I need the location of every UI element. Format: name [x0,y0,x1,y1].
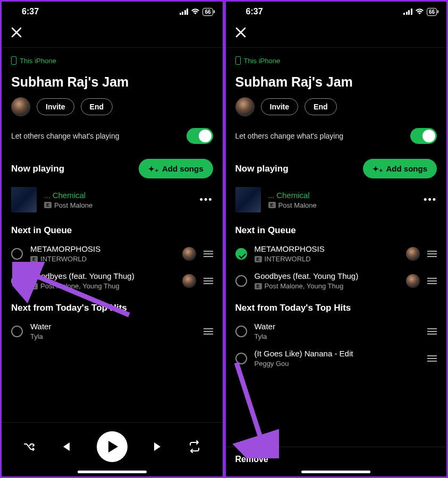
previous-icon[interactable] [59,440,73,454]
queue-item[interactable]: Goodbyes (feat. Young Thug) E Post Malon… [11,271,213,290]
permission-toggle[interactable] [410,128,437,144]
explicit-badge: E [44,202,52,208]
status-bar: 6:37 66 [226,2,447,20]
queue-artist: Tyla [30,332,196,340]
next-icon[interactable] [151,440,165,454]
section-title-queue: Next in Queue [11,225,213,236]
phone-icon [11,56,16,65]
more-icon[interactable]: ••• [424,194,437,206]
screen-left: 6:37 66 This iPhone Subham Raj's Jam Inv… [2,2,223,476]
home-indicator[interactable] [78,471,147,473]
invite-button[interactable]: Invite [37,98,74,115]
playing-dots: ... [268,191,275,200]
permission-toggle[interactable] [187,128,213,144]
now-playing-track[interactable]: ...Chemical E Post Malone ••• [235,187,437,212]
track-title: ...Chemical [44,191,192,200]
queue-title: Goodbyes (feat. Young Thug) [255,271,399,280]
avatar[interactable] [11,97,30,116]
signal-icon [403,8,412,15]
end-button[interactable]: End [81,98,113,115]
now-playing-header: Now playing ✦₊ Add songs [235,159,437,178]
select-radio-checked[interactable] [235,248,247,260]
play-button[interactable] [97,431,128,462]
sparkle-icon: ✦₊ [373,165,383,173]
added-by-avatar [182,247,196,261]
header [226,20,447,48]
select-radio[interactable] [235,353,247,364]
queue-track-info: Water Tyla [255,322,420,340]
explicit-badge: E [255,283,262,289]
jam-title: Subham Raj's Jam [11,74,213,90]
add-songs-label: Add songs [162,164,204,173]
device-row[interactable]: This iPhone [235,56,437,65]
track-info: ...Chemical E Post Malone [268,191,417,209]
select-radio[interactable] [11,248,23,260]
avatar[interactable] [235,97,255,116]
queue-item[interactable]: METAMORPHOSIS E INTERWORLD [235,244,437,263]
queue-item[interactable]: (It Goes Like) Nanana - Edit Peggy Gou [235,349,437,368]
status-indicators: 66 [403,8,437,16]
add-songs-button[interactable]: ✦₊ Add songs [363,159,437,178]
sparkle-icon: ✦₊ [148,165,158,173]
queue-title: METAMORPHOSIS [255,244,399,253]
add-songs-label: Add songs [386,164,428,173]
device-row[interactable]: This iPhone [11,56,213,65]
queue-artist: E INTERWORLD [30,255,175,263]
section-title-now: Now playing [11,164,64,174]
select-radio[interactable] [11,326,23,337]
drag-handle-icon[interactable] [427,328,437,335]
drag-handle-icon[interactable] [204,251,213,257]
add-songs-button[interactable]: ✦₊ Add songs [139,159,213,178]
queue-item[interactable]: Water Tyla [235,322,437,340]
select-radio[interactable] [235,275,247,287]
repeat-icon[interactable] [188,440,201,453]
end-button[interactable]: End [305,98,336,115]
jam-controls: Invite End [11,97,213,116]
queue-title: Goodbyes (feat. Young Thug) [30,271,175,280]
remove-button[interactable]: Remove [226,447,447,466]
close-icon[interactable] [235,27,246,41]
now-playing-track[interactable]: ...Chemical E Post Malone ••• [11,187,213,212]
queue-track-info: METAMORPHOSIS E INTERWORLD [255,244,399,263]
drag-handle-icon[interactable] [427,251,437,257]
status-indicators: 66 [180,8,213,16]
device-label: This iPhone [20,57,56,65]
track-artist: E Post Malone [44,201,192,209]
header [2,20,223,48]
home-indicator[interactable] [301,471,370,473]
track-title: ...Chemical [268,191,417,200]
select-radio[interactable] [11,275,23,287]
permission-row: Let others change what's playing [11,128,213,144]
drag-handle-icon[interactable] [204,278,213,284]
invite-button[interactable]: Invite [261,98,299,115]
next-from-section: Next from Today's Top Hits Water Tyla (I… [235,303,437,368]
queue-track-info: Water Tyla [30,322,196,340]
album-art [235,187,261,212]
added-by-avatar [406,247,420,261]
shuffle-icon[interactable] [23,440,36,453]
screen-right: 6:37 66 This iPhone Subham Raj's Jam Inv… [226,2,447,476]
queue-item[interactable]: METAMORPHOSIS E INTERWORLD [11,244,213,263]
explicit-badge: E [268,202,276,208]
drag-handle-icon[interactable] [427,278,437,284]
select-radio[interactable] [235,326,247,337]
content: This iPhone Subham Raj's Jam Invite End … [226,48,447,447]
queue-item[interactable]: Water Tyla [11,322,213,340]
more-icon[interactable]: ••• [200,194,213,206]
permission-label: Let others change what's playing [11,132,119,140]
queue-artist: E Post Malone, Young Thug [30,282,175,290]
explicit-badge: E [30,256,38,262]
play-icon [108,441,118,453]
drag-handle-icon[interactable] [204,328,213,335]
queue-item[interactable]: Goodbyes (feat. Young Thug) E Post Malon… [235,271,437,290]
album-art [11,187,37,212]
queue-title: Water [255,322,420,331]
drag-handle-icon[interactable] [427,355,437,362]
wifi-icon [191,8,200,15]
next-from-section: Next from Today's Top Hits Water Tyla [11,303,213,340]
player-bar [2,422,223,466]
section-title-queue: Next in Queue [235,225,437,236]
jam-title: Subham Raj's Jam [235,74,437,90]
close-icon[interactable] [11,27,22,41]
phone-icon [235,56,241,65]
